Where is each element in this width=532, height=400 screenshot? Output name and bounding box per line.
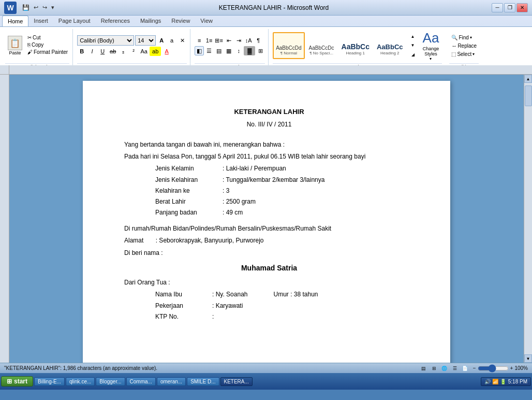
clock: 5:18 PM [508,379,527,384]
font-group: Calibri (Body) 14 A a ✕ B I U ab [74,29,190,69]
increase-indent-button[interactable]: ⇥ [234,36,243,45]
quick-access: 💾 ↩ ↪ ▾ [21,4,56,11]
paste-label: Paste [9,50,21,55]
styles-up-button[interactable]: ▲ [408,32,418,41]
styles-more-button[interactable]: ◢ [408,50,418,59]
justify-button[interactable]: ▦ [224,46,233,55]
table-val: : Tunggal/kembar 2/kembar 3/lainnya [223,175,324,185]
tab-page-layout[interactable]: Page Layout [53,16,96,26]
font-color-button[interactable]: A [162,47,171,56]
taskbar-item-3[interactable]: Comma... [126,377,156,386]
tab-view[interactable]: View [195,16,218,26]
styles-down-button[interactable]: ▼ [408,41,418,50]
select-button[interactable]: ⬚ Select ▾ [449,50,479,58]
tab-home[interactable]: Home [2,16,28,26]
view-buttons: ▤ ⊞ 🌐 ☰ 📄 [419,364,470,373]
align-right-button[interactable]: ▤ [214,46,224,55]
clipboard-area: 📋 Paste ✂ Cut ⎘ Copy 🖌 Format Painter [5,34,69,57]
font-name-select[interactable]: Calibri (Body) [77,35,134,46]
start-button[interactable]: ⊞ start [1,376,33,387]
tab-insert[interactable]: Insert [28,16,53,26]
bullets-button[interactable]: ≡ [195,36,204,45]
restore-button[interactable]: ❐ [504,3,515,12]
copy-button[interactable]: ⎘ Copy [26,41,69,48]
replace-button[interactable]: ↔ Replace [449,42,479,50]
style-normal[interactable]: AaBbCcDd ¶ Normal [273,32,304,59]
font-grow-button[interactable]: A [157,36,166,45]
taskbar-item-0[interactable]: Billing-E... [34,377,65,386]
view-print-button[interactable]: ▤ [419,364,428,373]
strikethrough-button[interactable]: ab [108,47,117,56]
taskbar-item-6[interactable]: KETERA... [220,377,253,386]
find-button[interactable]: 🔍 Find ▾ [449,34,479,41]
sort-button[interactable]: ↕A [244,36,253,45]
vertical-scrollbar[interactable]: ▲ ▼ [524,75,532,363]
editing-group: 🔍 Find ▾ ↔ Replace ⬚ Select ▾ Editing [446,29,482,69]
styles-group: AaBbCcDd ¶ Normal AaBbCcDc ¶ No Spaci...… [270,29,445,69]
taskbar-item-2[interactable]: Blogger... [96,377,125,386]
zoom-in-icon[interactable]: + [510,365,513,371]
scroll-thumb[interactable] [525,85,532,106]
font-shrink-button[interactable]: a [167,36,176,45]
multilevel-button[interactable]: ⊞≡ [214,36,224,45]
show-marks-button[interactable]: ¶ [254,36,263,45]
view-draft-button[interactable]: 📄 [461,364,470,373]
tab-references[interactable]: References [96,16,135,26]
highlight-button[interactable]: ab [150,47,161,56]
change-styles-icon: Aa [423,30,439,46]
subscript-button[interactable]: ₂ [119,47,128,56]
tab-review[interactable]: Review [166,16,195,26]
style-nospacing[interactable]: AaBbCcDc ¶ No Spaci... [306,32,337,59]
format-painter-button[interactable]: 🖌 Format Painter [26,49,69,55]
parent-val: : [212,312,214,322]
cut-button[interactable]: ✂ Cut [26,34,69,41]
style-heading2[interactable]: AaBbCc Heading 2 [374,32,406,59]
document-page[interactable]: KETERANGAN LAHIR No. III/ IV / 2011 Yang… [83,81,450,363]
view-fullscreen-button[interactable]: ⊞ [430,364,439,373]
change-styles-button[interactable]: Aa ChangeStyles ▾ [420,29,442,62]
find-replace-group: 🔍 Find ▾ ↔ Replace ⬚ Select ▾ [449,34,479,58]
tab-mailings[interactable]: Mailings [135,16,166,26]
line-spacing-button[interactable]: ↕ [234,46,243,55]
ribbon-tabs: Home Insert Page Layout References Maili… [0,16,532,26]
scroll-track[interactable] [524,83,532,354]
taskbar-item-5[interactable]: SMILE D... [187,377,219,386]
align-left-button[interactable]: ◧ [195,46,204,55]
scroll-down-button[interactable]: ▼ [524,354,532,363]
scroll-up-button[interactable]: ▲ [524,75,532,83]
clear-format-button[interactable]: ✕ [178,36,187,45]
close-button[interactable]: ✕ [516,3,528,12]
taskbar-item-4[interactable]: omeran... [157,377,186,386]
table-val: : 49 cm [223,208,243,218]
zoom-out-icon[interactable]: − [473,365,476,371]
italic-button[interactable]: I [87,47,97,56]
decrease-indent-button[interactable]: ⇤ [224,36,233,45]
align-center-button[interactable]: ☰ [204,46,214,55]
doc-inner[interactable]: KETERANGAN LAHIR No. III/ IV / 2011 Yang… [9,75,524,363]
qa-more-btn[interactable]: ▾ [50,4,56,11]
underline-button[interactable]: U [98,47,107,56]
undo-qa-btn[interactable]: ↩ [32,4,40,11]
change-case-button[interactable]: Aa [139,47,149,56]
taskbar-item-1[interactable]: qlink.ce... [66,377,95,386]
font-content: Calibri (Body) 14 A a ✕ B I U ab [77,29,187,62]
border-button[interactable]: ⊞ [256,46,265,55]
view-outline-button[interactable]: ☰ [450,364,460,373]
minimize-button[interactable]: ─ [492,3,503,12]
view-web-button[interactable]: 🌐 [440,364,449,373]
doc-body: Yang bertanda tangan di bawah ini, mener… [124,140,414,322]
bold-button[interactable]: B [77,47,86,56]
table-val: : 3 [223,186,229,196]
numbering-button[interactable]: 1≡ [204,36,214,45]
shading-button[interactable]: ▓ [244,46,255,55]
paste-button[interactable]: 📋 Paste [5,34,25,57]
font-size-select[interactable]: 14 [135,35,156,46]
save-qa-btn[interactable]: 💾 [21,4,31,11]
redo-qa-btn[interactable]: ↪ [41,4,49,11]
find-arrow: ▾ [470,35,472,40]
superscript-button[interactable]: ² [129,47,138,56]
style-heading1[interactable]: AaBbCc Heading 1 [338,32,373,59]
parent-table: Nama Ibu : Ny. Soanah Umur : 38 tahun Pe… [155,290,414,322]
zoom-slider[interactable] [478,366,509,370]
table-row: Berat Lahir : 2500 gram [155,197,414,207]
